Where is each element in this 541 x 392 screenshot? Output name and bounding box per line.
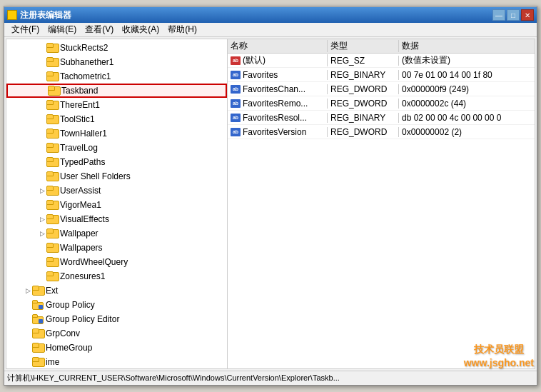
table-row[interactable]: ab Favorites REG_BINARY 00 7e 01 00 14 0…: [228, 68, 535, 82]
item-label: Wallpapers: [60, 243, 103, 253]
expand-arrow: ▷: [38, 215, 46, 223]
title-buttons: — □ ✕: [492, 9, 534, 21]
tree-item-travellog[interactable]: TravelLog: [6, 141, 227, 155]
folder-icon: [32, 328, 44, 338]
values-pane[interactable]: 名称 类型 数据 ab (默认) REG_SZ (数值未设置) ab Favor…: [228, 39, 535, 368]
expand-arrow: [38, 258, 46, 266]
tree-item-typedpaths[interactable]: TypedPaths: [6, 155, 227, 169]
folder-icon: [46, 143, 58, 153]
main-content: StuckRects2 Subhanether1 Tachometric1: [6, 39, 535, 369]
row-name: ab (默认): [228, 54, 328, 66]
row-name: ab FavoritesVersion: [228, 127, 328, 137]
table-header: 名称 类型 数据: [228, 39, 535, 54]
tree-item-toolstic1[interactable]: ToolStic1: [6, 112, 227, 126]
item-label: TownHaller1: [60, 129, 107, 139]
tree-item-ext[interactable]: ▷ Ext: [6, 283, 227, 298]
expand-arrow: [24, 343, 32, 352]
folder-icon: [48, 86, 59, 96]
tree-item-wallpapers[interactable]: Wallpapers: [6, 241, 227, 255]
expand-arrow: [38, 58, 46, 66]
menu-view[interactable]: 查看(V): [81, 22, 118, 37]
item-label: ime: [46, 357, 59, 367]
expand-arrow: [38, 158, 46, 166]
table-row[interactable]: ab FavoritesVersion REG_DWORD 0x00000002…: [228, 125, 535, 139]
col-header-name: 名称: [228, 40, 328, 52]
row-type: REG_SZ: [328, 56, 399, 66]
registry-editor-window: 注册表编辑器 — □ ✕ 文件(F) 编辑(E) 查看(V) 收藏夹(A) 帮助…: [4, 6, 537, 386]
folder-icon-wallpaper: [46, 228, 58, 238]
item-label-taskband: Taskband: [61, 86, 98, 96]
row-type: REG_DWORD: [328, 127, 399, 137]
folder-icon: [46, 214, 58, 224]
folder-icon: [46, 171, 58, 181]
reg-val-icon-blue: ab: [231, 114, 241, 122]
reg-val-icon-blue: ab: [231, 71, 241, 79]
expand-arrow: [24, 329, 32, 338]
minimize-button[interactable]: —: [492, 9, 505, 21]
item-label: Tachometric1: [60, 71, 111, 81]
tree-item-vigormea1[interactable]: VigorMea1: [6, 198, 227, 212]
folder-icon: [46, 157, 58, 167]
tree-item-townhaller1[interactable]: TownHaller1: [6, 126, 227, 141]
row-data: 0x000000f9 (249): [399, 84, 535, 94]
row-name: ab FavoritesRemo...: [228, 99, 328, 109]
tree-item-taskband[interactable]: Taskband: [6, 84, 227, 98]
folder-icon: [46, 243, 58, 253]
folder-icon: [46, 257, 58, 267]
menu-file[interactable]: 文件(F): [7, 22, 44, 37]
row-data: 00 7e 01 00 14 00 1f 80: [399, 70, 535, 80]
tree-item-homegroup[interactable]: HomeGroup: [6, 341, 227, 355]
row-data: 0x00000002 (2): [399, 127, 535, 137]
expand-arrow: [38, 172, 46, 181]
expand-arrow: ▷: [24, 286, 32, 295]
tree-item-zonesures1[interactable]: Zonesures1: [6, 269, 227, 283]
tree-item-tachometric1[interactable]: Tachometric1: [6, 69, 227, 84]
folder-icon: [46, 200, 58, 210]
item-label: Subhanether1: [60, 57, 113, 67]
tree-item-subhanether1[interactable]: Subhanether1: [6, 55, 227, 69]
tree-item-wordwheelquery[interactable]: WordWheelQuery: [6, 255, 227, 269]
menu-edit[interactable]: 编辑(E): [44, 22, 81, 37]
table-row[interactable]: ab (默认) REG_SZ (数值未设置): [228, 54, 535, 68]
tree-item-userassist[interactable]: ▷ UserAssist: [6, 184, 227, 198]
reg-val-icon-blue: ab: [231, 85, 241, 94]
menu-help[interactable]: 帮助(H): [163, 22, 201, 37]
reg-val-icon-blue: ab: [231, 99, 241, 108]
tree-item-grouppolicy[interactable]: Group Policy: [6, 298, 227, 312]
folder-icon: [46, 129, 58, 139]
tree-item-ime[interactable]: ime: [6, 355, 227, 368]
item-label-grouppolicyeditor: Group Policy Editor: [46, 314, 119, 324]
item-label: User Shell Folders: [60, 171, 131, 181]
tree-item-wallpaper[interactable]: ▷ Wallpaper: [6, 226, 227, 241]
expand-arrow: [38, 144, 46, 152]
close-button[interactable]: ✕: [521, 9, 534, 21]
row-name: ab Favorites: [228, 70, 328, 80]
expand-arrow: ▷: [38, 229, 46, 238]
tree-item-usershellfolders[interactable]: User Shell Folders: [6, 169, 227, 184]
folder-icon: [32, 286, 44, 296]
tree-item-stuckrects2[interactable]: StuckRects2: [6, 41, 227, 55]
tree-pane[interactable]: StuckRects2 Subhanether1 Tachometric1: [6, 39, 228, 368]
expand-arrow: [24, 358, 32, 366]
table-row[interactable]: ab FavoritesChan... REG_DWORD 0x000000f9…: [228, 82, 535, 96]
table-row[interactable]: ab FavoritesResol... REG_BINARY db 02 00…: [228, 111, 535, 125]
table-row[interactable]: ab FavoritesRemo... REG_DWORD 0x0000002c…: [228, 96, 535, 111]
item-label: ToolStic1: [60, 114, 95, 124]
folder-icon: [32, 357, 44, 367]
reg-val-icon-ab: ab: [231, 56, 241, 65]
window-title: 注册表编辑器: [20, 9, 71, 21]
expand-arrow: [24, 315, 32, 323]
tree-item-visualeffects[interactable]: ▷ VisualEffects: [6, 212, 227, 226]
tree-item-grpconv[interactable]: GrpConv: [6, 326, 227, 341]
reg-val-icon-blue: ab: [231, 128, 241, 136]
title-bar-left: 注册表编辑器: [7, 9, 71, 21]
menu-favorites[interactable]: 收藏夹(A): [118, 22, 163, 37]
tree-item-grouppolicyeditor[interactable]: Group Policy Editor: [6, 312, 227, 326]
expand-arrow: [38, 272, 46, 281]
expand-arrow: [38, 101, 46, 109]
col-header-data: 数据: [399, 40, 535, 52]
tree-item-thereent1[interactable]: ThereEnt1: [6, 98, 227, 112]
restore-button[interactable]: □: [507, 9, 520, 21]
item-label: UserAssist: [60, 186, 101, 196]
folder-icon: [46, 100, 58, 110]
